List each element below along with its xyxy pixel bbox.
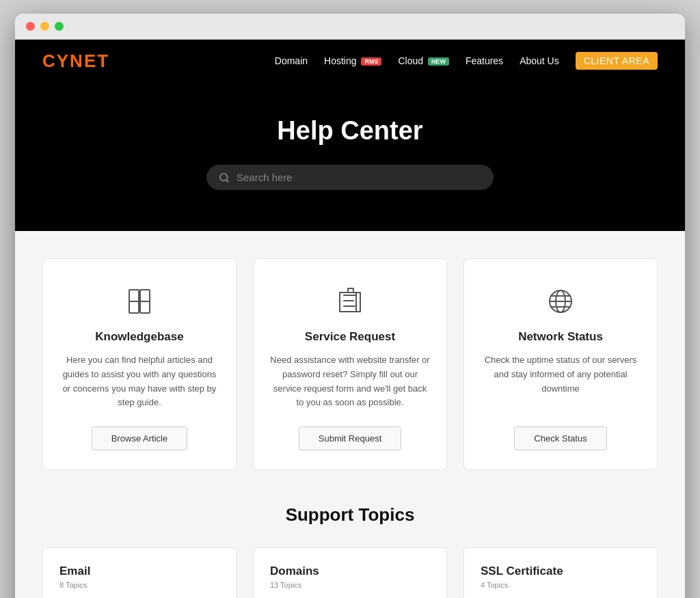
nav-item-cloud[interactable]: Cloud NEW [398,55,448,67]
client-area-button[interactable]: CLIENT AREA [576,52,658,70]
browse-article-button[interactable]: Browse Article [92,426,187,450]
cards-row: Knowledgebase Here you can find helpful … [42,258,658,470]
nav-link-hosting[interactable]: Hosting RMS [324,55,381,66]
submit-request-button[interactable]: Submit Request [299,426,402,450]
knowledgebase-card: Knowledgebase Here you can find helpful … [42,258,237,470]
topic-ssl-count: 4 Topics [481,581,641,589]
nav-link-domain[interactable]: Domain [275,55,308,66]
hero-section: Help Center [15,82,685,231]
topic-card-email: Email 8 Topics How-To [42,547,237,598]
search-bar [206,165,494,190]
minimize-button[interactable] [40,22,49,31]
knowledgebase-title: Knowledgebase [95,330,183,344]
service-request-title: Service Request [305,330,395,344]
nav-item-features[interactable]: Features [466,55,503,67]
main-content: Knowledgebase Here you can find helpful … [15,231,685,598]
browser-chrome [15,14,685,40]
network-status-description: Check the uptime status of our servers a… [481,353,641,410]
topic-card-ssl: SSL Certificate 4 Topics How-To [463,547,658,598]
book-icon [122,284,157,319]
network-status-title: Network Status [518,330,603,344]
service-request-description: Need assistance with website transfer or… [270,353,430,410]
hero-title: Help Center [29,116,671,146]
nav-link-cloud[interactable]: Cloud NEW [398,55,448,66]
nav-links: Domain Hosting RMS Cloud NEW Features Ab… [275,55,658,67]
nav-item-about[interactable]: About Us [520,55,559,67]
nav-link-features[interactable]: Features [466,55,503,66]
cloud-badge: NEW [428,57,449,66]
topic-email-count: 8 Topics [59,581,219,589]
nav-item-client-area[interactable]: CLIENT AREA [576,55,658,67]
svg-line-1 [226,180,228,182]
nav-item-domain[interactable]: Domain [275,55,308,67]
service-request-icon [332,284,368,319]
service-request-card: Service Request Need assistance with web… [253,258,447,470]
hosting-badge: RMS [361,57,381,66]
nav-item-hosting[interactable]: Hosting RMS [324,55,381,67]
support-topics: Support Topics Email 8 Topics How-To [42,504,658,598]
support-topics-title: Support Topics [42,504,658,526]
browser-window: CYNET Domain Hosting RMS Cloud NEW Featu… [15,14,685,598]
topic-email-title: Email [59,565,219,578]
search-icon [219,172,230,183]
topic-card-domains: Domains 13 Topics How-To [253,547,447,598]
topic-domains-count: 13 Topics [270,581,430,589]
topic-ssl-title: SSL Certificate [481,565,641,578]
knowledgebase-description: Here you can find helpful articles and g… [59,353,219,410]
close-button[interactable] [26,22,35,31]
network-status-card: Network Status Check the uptime status o… [463,258,658,470]
topic-domains-title: Domains [270,565,430,578]
globe-icon [543,284,578,319]
navbar: CYNET Domain Hosting RMS Cloud NEW Featu… [15,40,685,82]
check-status-button[interactable]: Check Status [514,426,606,450]
nav-link-about[interactable]: About Us [520,55,559,66]
maximize-button[interactable] [55,22,64,31]
logo[interactable]: CYNET [42,51,109,72]
search-input[interactable] [237,172,481,183]
topics-row: Email 8 Topics How-To [42,547,658,598]
